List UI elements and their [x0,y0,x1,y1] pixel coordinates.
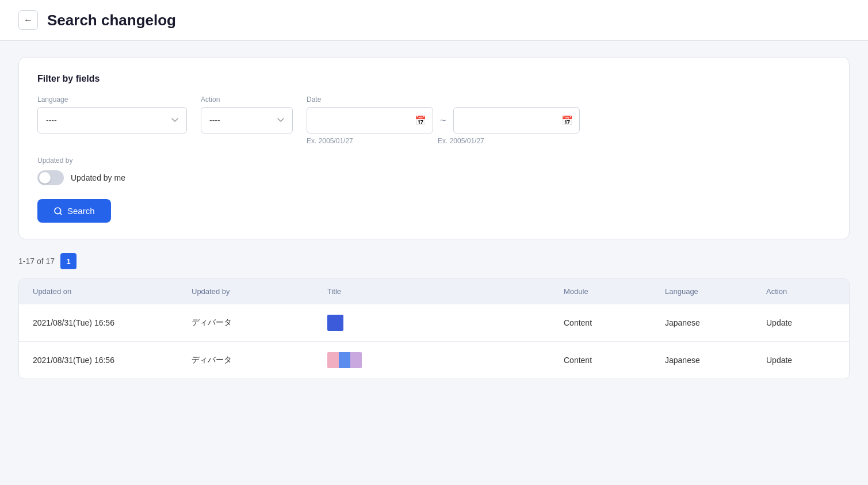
filter-section-title: Filter by fields [37,74,831,84]
toggle-label: Updated by me [71,173,125,182]
action-select[interactable]: ---- [201,107,293,133]
language-filter-group: Language ---- [37,96,187,133]
page-header: ← Search changelog [0,0,868,41]
cell-updated-by: ディバータ [192,318,318,328]
cell-language: Japanese [665,318,757,327]
pagination-row: 1-17 of 17 1 [18,253,850,269]
col-updated-by: Updated by [192,287,318,296]
date-inputs-row: 📅 ~ 📅 [307,107,580,133]
cell-updated-on: 2021/08/31(Tue) 16:56 [33,318,182,327]
title-preview-solid-blue [327,315,343,331]
updated-by-label: Updated by [37,156,831,165]
date-start-wrapper: 📅 [307,107,433,133]
search-button-label: Search [67,206,95,216]
date-label: Date [307,96,580,104]
cell-module: Content [564,356,656,365]
date-end-hint: Ex. 2005/01/27 [438,137,564,145]
cell-action: Update [766,356,835,365]
action-label: Action [201,96,293,104]
gradient-seg-blue [339,352,350,368]
date-start-input[interactable] [307,107,433,133]
col-action: Action [766,287,835,296]
title-preview-gradient [327,352,362,368]
date-hints-row: Ex. 2005/01/27 Ex. 2005/01/27 [307,137,580,145]
date-range-separator: ~ [438,114,449,127]
cell-updated-by: ディバータ [192,355,318,365]
col-module: Module [564,287,656,296]
cell-updated-on: 2021/08/31(Tue) 16:56 [33,356,182,365]
filter-card: Filter by fields Language ---- Action --… [18,57,850,239]
filter-row: Language ---- Action ---- Date 📅 [37,96,831,145]
page-title: Search changelog [47,12,176,29]
language-select[interactable]: ---- [37,107,187,133]
pagination-page-1[interactable]: 1 [60,253,77,269]
col-language: Language [665,287,757,296]
back-arrow-icon: ← [24,15,33,25]
col-updated-on: Updated on [33,287,182,296]
gradient-seg-pink [327,352,339,368]
date-start-hint: Ex. 2005/01/27 [307,137,433,145]
toggle-row: Updated by me [37,170,831,185]
search-button[interactable]: Search [37,199,111,223]
toggle-thumb [39,172,51,184]
cell-title [327,352,555,368]
results-table: Updated on Updated by Title Module Langu… [18,278,850,379]
main-content: Filter by fields Language ---- Action --… [0,41,868,395]
action-filter-group: Action ---- [201,96,293,133]
table-row: 2021/08/31(Tue) 16:56 ディバータ Content Japa… [19,341,849,379]
updated-by-me-toggle[interactable] [37,170,64,185]
col-title: Title [327,287,555,296]
gradient-seg-lavender [350,352,362,368]
cell-title [327,315,555,331]
search-icon [53,207,63,216]
table-row: 2021/08/31(Tue) 16:56 ディバータ Content Japa… [19,304,849,341]
date-filter-group: Date 📅 ~ 📅 Ex. 2005/01/27 Ex. 2005/01/27 [307,96,580,145]
cell-action: Update [766,318,835,327]
date-end-wrapper: 📅 [453,107,580,133]
cell-module: Content [564,318,656,327]
table-header: Updated on Updated by Title Module Langu… [19,279,849,304]
date-end-input[interactable] [453,107,580,133]
back-button[interactable]: ← [18,10,38,30]
svg-line-1 [60,213,62,215]
cell-language: Japanese [665,356,757,365]
updated-by-section: Updated by Updated by me [37,156,831,185]
pagination-summary: 1-17 of 17 [18,257,55,266]
language-label: Language [37,96,187,104]
